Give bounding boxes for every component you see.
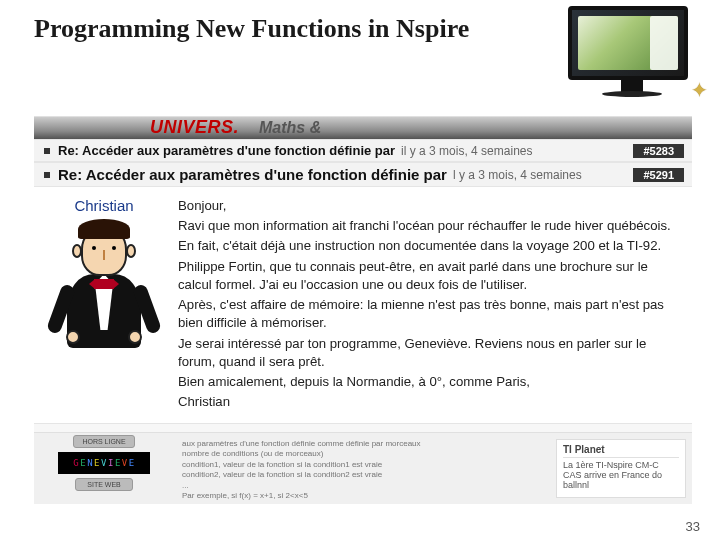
site-brand-maths: Maths & — [259, 119, 321, 137]
thread-time: il y a 3 mois, 4 semaines — [401, 144, 532, 158]
bullet-icon — [44, 172, 50, 178]
below-strip: HORS LIGNE GENEVIEVE SITE WEB aux paramè… — [34, 432, 692, 504]
snippet-line: aux paramètres d'une fonction définie co… — [182, 439, 542, 449]
post-line: Philippe Fortin, que tu connais peut-êtr… — [178, 258, 680, 294]
genevieve-avatar: GENEVIEVE — [58, 452, 150, 474]
snippet-line: nombre de conditions (ou de morceaux) — [182, 449, 542, 459]
snippet-line: condition1, valeur de la fonction si la … — [182, 460, 542, 470]
post-line: En fait, c'était déjà une instruction no… — [178, 237, 680, 255]
siteweb-pill[interactable]: SITE WEB — [75, 478, 133, 491]
page-number: 33 — [686, 519, 700, 534]
post-line: Je serai intéressé par ton programme, Ge… — [178, 335, 680, 371]
thread-title: Re: Accéder aux paramètres d'une fonctio… — [58, 166, 447, 183]
post-content: Bonjour, Ravi que mon information ait fr… — [174, 187, 692, 423]
below-user-panel: HORS LIGNE GENEVIEVE SITE WEB — [34, 433, 174, 504]
sidebar-widget: TI Planet La 1ère TI-Nspire CM-C CAS arr… — [550, 433, 692, 504]
snippet-line: Par exemple, si f(x) = x+1, si 2<x<5 — [182, 491, 542, 501]
thread-header-1[interactable]: Re: Accéder aux paramètres d'une fonctio… — [34, 139, 692, 162]
cursor-star-icon: ✦ — [691, 78, 708, 102]
bullet-icon — [44, 148, 50, 154]
site-brand-univers: UNIVERS. — [150, 117, 239, 138]
thread-time: l y a 3 mois, 4 semaines — [453, 168, 582, 182]
tiplanet-text: La 1ère TI-Nspire CM-C CAS arrive en Fra… — [563, 460, 679, 490]
post-line: Après, c'est affaire de mémoire: la mien… — [178, 296, 680, 332]
snippet-line: ... — [182, 481, 542, 491]
avatar — [52, 222, 156, 350]
below-snippet: aux paramètres d'une fonction définie co… — [174, 433, 550, 504]
post-user-panel: Christian — [34, 187, 174, 423]
snippet-line: condition2, valeur de la fonction si la … — [182, 470, 542, 480]
thread-header-2[interactable]: Re: Accéder aux paramètres d'une fonctio… — [34, 162, 692, 187]
post-username[interactable]: Christian — [40, 197, 168, 214]
thread-id-badge[interactable]: #5283 — [633, 144, 684, 158]
post-line: Bonjour, — [178, 197, 680, 215]
thread-title: Re: Accéder aux paramètres d'une fonctio… — [58, 143, 395, 158]
forum-screenshot: UNIVERS. Maths & Re: Accéder aux paramèt… — [34, 116, 692, 504]
status-pill: HORS LIGNE — [73, 435, 134, 448]
monitor-illustration — [568, 6, 696, 96]
forum-post: Christian Bonjour, Ravi que mon informat… — [34, 187, 692, 424]
tiplanet-header: TI Planet — [563, 444, 679, 458]
post-line: Bien amicalement, depuis la Normandie, à… — [178, 373, 680, 391]
tiplanet-card[interactable]: TI Planet La 1ère TI-Nspire CM-C CAS arr… — [556, 439, 686, 498]
thread-id-badge[interactable]: #5291 — [633, 168, 684, 182]
site-header-strip — [34, 117, 692, 141]
post-line: Christian — [178, 393, 680, 411]
post-line: Ravi que mon information ait franchi l'o… — [178, 217, 680, 235]
